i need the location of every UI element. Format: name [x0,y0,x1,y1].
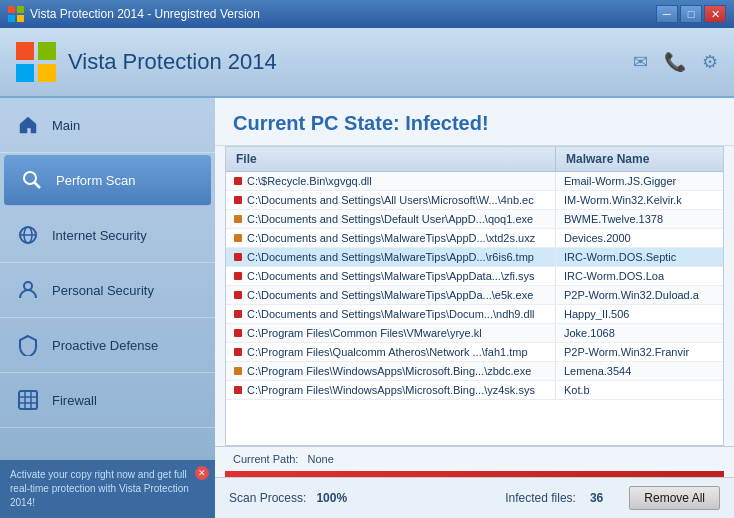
table-row[interactable]: C:\$Recycle.Bin\xgvgq.dll Email-Worm.JS.… [226,172,723,191]
file-dot-icon [234,291,242,299]
close-button[interactable]: ✕ [704,5,726,23]
sidebar-item-personal-security[interactable]: Personal Security [0,263,215,318]
sidebar-item-firewall[interactable]: Firewall [0,373,215,428]
table-row[interactable]: C:\Documents and Settings\MalwareTips\Ap… [226,267,723,286]
file-dot-icon [234,348,242,356]
cell-file: C:\Program Files\Qualcomm Atheros\Networ… [226,343,556,361]
table-row[interactable]: C:\Program Files\Qualcomm Atheros\Networ… [226,343,723,362]
header-actions: ✉ 📞 ⚙ [633,51,718,73]
table-row[interactable]: C:\Documents and Settings\MalwareTips\Do… [226,305,723,324]
file-path: C:\Program Files\WindowsApps\Microsoft.B… [247,365,531,377]
svg-rect-5 [38,42,56,60]
window-title: Vista Protection 2014 - Unregistred Vers… [30,7,656,21]
sidebar-item-internet-security[interactable]: Internet Security [0,208,215,263]
cell-malware: IRC-Worm.DOS.Loa [556,267,723,285]
cell-file: C:\Documents and Settings\Default User\A… [226,210,556,228]
app-name: Vista Protection 2014 [68,49,633,75]
sidebar: Main Perform Scan [0,98,215,518]
remove-all-button[interactable]: Remove All [629,486,720,510]
app-body: Main Perform Scan [0,98,734,518]
sidebar-item-firewall-label: Firewall [52,393,201,408]
table-row[interactable]: C:\Program Files\WindowsApps\Microsoft.B… [226,381,723,400]
file-dot-icon [234,272,242,280]
file-path: C:\Documents and Settings\MalwareTips\Ap… [247,289,533,301]
current-path-bar: Current Path: None [215,446,734,471]
cell-file: C:\Documents and Settings\MalwareTips\Do… [226,305,556,323]
file-path: C:\Program Files\WindowsApps\Microsoft.B… [247,384,535,396]
infected-count: 36 [590,491,603,505]
promo-close-button[interactable]: ✕ [195,466,209,480]
scan-results-table[interactable]: File Malware Name C:\$Recycle.Bin\xgvgq.… [225,146,724,446]
cell-file: C:\Documents and Settings\MalwareTips\Ap… [226,267,556,285]
table-row[interactable]: C:\Program Files\WindowsApps\Microsoft.B… [226,362,723,381]
promo-banner: ✕ Activate your copy right now and get f… [0,460,215,518]
cell-malware: Devices.2000 [556,229,723,247]
file-dot-icon [234,234,242,242]
globe-icon [14,221,42,249]
cell-malware: P2P-Worm.Win32.Franvir [556,343,723,361]
sidebar-item-personal-label: Personal Security [52,283,201,298]
svg-rect-4 [16,42,34,60]
email-icon[interactable]: ✉ [633,51,648,73]
file-path: C:\Program Files\Qualcomm Atheros\Networ… [247,346,528,358]
person-icon [14,276,42,304]
bottom-bar: Scan Process: 100% Infected files: 36 Re… [215,477,734,518]
cell-file: C:\Documents and Settings\All Users\Micr… [226,191,556,209]
app-header: Vista Protection 2014 ✉ 📞 ⚙ [0,28,734,98]
current-path-value: None [307,453,333,465]
sidebar-item-internet-label: Internet Security [52,228,201,243]
content-area: Current PC State: Infected! File Malware… [215,98,734,518]
file-dot-icon [234,386,242,394]
main-window: Vista Protection 2014 ✉ 📞 ⚙ Main [0,28,734,518]
cell-malware: Happy_II.506 [556,305,723,323]
current-path-label: Current Path: [233,453,298,465]
scan-icon [18,166,46,194]
svg-rect-14 [19,391,37,409]
minimize-button[interactable]: ─ [656,5,678,23]
file-dot-icon [234,196,242,204]
table-header: File Malware Name [226,147,723,172]
table-row[interactable]: C:\Documents and Settings\MalwareTips\Ap… [226,229,723,248]
cell-file: C:\$Recycle.Bin\xgvgq.dll [226,172,556,190]
col-malware-header: Malware Name [556,147,723,171]
table-row[interactable]: C:\Program Files\Common Files\VMware\yry… [226,324,723,343]
title-bar: Vista Protection 2014 - Unregistred Vers… [0,0,734,28]
status-header: Current PC State: Infected! [215,98,734,146]
svg-point-13 [24,282,32,290]
cell-malware: IM-Worm.Win32.Kelvir.k [556,191,723,209]
sidebar-item-proactive-defense[interactable]: Proactive Defense [0,318,215,373]
table-body: C:\$Recycle.Bin\xgvgq.dll Email-Worm.JS.… [226,172,723,400]
shield-icon [14,331,42,359]
home-icon [14,111,42,139]
table-row[interactable]: C:\Documents and Settings\MalwareTips\Ap… [226,248,723,267]
maximize-button[interactable]: □ [680,5,702,23]
table-row[interactable]: C:\Documents and Settings\All Users\Micr… [226,191,723,210]
sidebar-item-scan-label: Perform Scan [56,173,197,188]
cell-file: C:\Program Files\Common Files\VMware\yry… [226,324,556,342]
cell-file: C:\Documents and Settings\MalwareTips\Ap… [226,248,556,266]
cell-file: C:\Documents and Settings\MalwareTips\Ap… [226,286,556,304]
svg-rect-1 [17,6,24,13]
file-path: C:\$Recycle.Bin\xgvgq.dll [247,175,372,187]
file-path: C:\Documents and Settings\MalwareTips\Ap… [247,270,535,282]
table-row[interactable]: C:\Documents and Settings\MalwareTips\Ap… [226,286,723,305]
file-dot-icon [234,329,242,337]
svg-rect-0 [8,6,15,13]
svg-rect-7 [38,64,56,82]
file-path: C:\Documents and Settings\Default User\A… [247,213,533,225]
app-icon [8,6,24,22]
infected-title: Current PC State: Infected! [233,112,489,134]
cell-malware: Kot.b [556,381,723,399]
svg-rect-3 [17,15,24,22]
file-dot-icon [234,253,242,261]
table-row[interactable]: C:\Documents and Settings\Default User\A… [226,210,723,229]
cell-malware: P2P-Worm.Win32.Duload.a [556,286,723,304]
scan-process-label: Scan Process: [229,491,306,505]
phone-icon[interactable]: 📞 [664,51,686,73]
sidebar-item-perform-scan[interactable]: Perform Scan [4,155,211,206]
window-controls: ─ □ ✕ [656,5,726,23]
settings-icon[interactable]: ⚙ [702,51,718,73]
file-path: C:\Documents and Settings\MalwareTips\Do… [247,308,535,320]
firewall-icon [14,386,42,414]
sidebar-item-main[interactable]: Main [0,98,215,153]
